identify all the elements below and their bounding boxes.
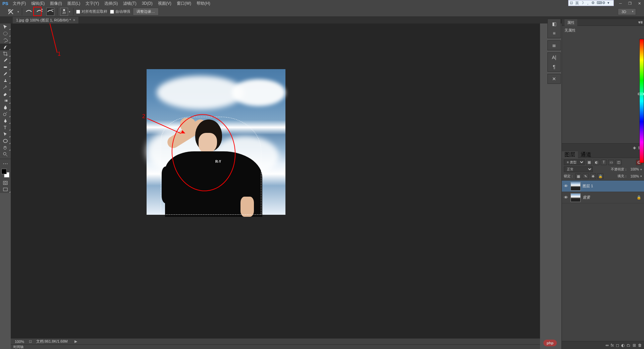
filter-shape-icon[interactable]: ▭ (608, 160, 614, 165)
visibility-toggle-icon[interactable]: 👁 (563, 195, 569, 200)
subtract-selection-icon[interactable] (46, 8, 54, 16)
document-canvas[interactable]: R-Y (147, 69, 285, 215)
layer-row[interactable]: 👁 图层 1 (562, 181, 644, 192)
layer-thumbnail[interactable] (571, 193, 581, 202)
menu-window[interactable]: 窗口(W) (174, 0, 194, 7)
foreground-color-swatch[interactable] (1, 169, 7, 174)
menu-view[interactable]: 视图(V) (155, 0, 174, 7)
chevron-down-icon[interactable]: ▾ (17, 10, 19, 13)
clone-stamp-tool[interactable] (0, 77, 11, 84)
new-selection-icon[interactable] (25, 8, 33, 16)
type-tool[interactable]: T (0, 124, 11, 131)
lock-transparency-icon[interactable]: ▦ (575, 173, 581, 179)
edit-toolbar-icon[interactable]: ⋯ (0, 160, 11, 167)
ime-dropdown-icon[interactable]: ▾ (607, 1, 612, 5)
brush-preview-icon[interactable]: 20 (60, 8, 68, 16)
menu-file[interactable]: 文件(F) (10, 0, 29, 7)
panel-footer-icon[interactable]: ◈ (633, 145, 636, 150)
lock-position-icon[interactable]: ✥ (590, 173, 596, 179)
filter-smart-icon[interactable]: ◫ (615, 160, 622, 165)
move-tool[interactable] (0, 23, 11, 30)
path-selection-tool[interactable] (0, 131, 11, 138)
lock-icon[interactable]: 🔒 (637, 195, 641, 200)
gradient-tool[interactable] (0, 97, 11, 104)
refine-edge-button[interactable]: 调整边缘… (133, 8, 159, 15)
sample-all-layers-input[interactable] (76, 10, 80, 14)
character-panel-icon[interactable]: ≣ (548, 41, 560, 50)
layer-row[interactable]: 👁 背景 🔒 (562, 192, 644, 203)
menu-image[interactable]: 图像(I) (47, 0, 64, 7)
pen-tool[interactable] (0, 117, 11, 124)
add-selection-icon[interactable] (36, 8, 44, 16)
layer-mask-icon[interactable]: ◻ (616, 343, 619, 348)
lock-all-icon[interactable]: 🔒 (597, 173, 603, 179)
crop-tool[interactable] (0, 50, 11, 57)
layer-thumbnail[interactable] (571, 182, 581, 191)
blend-mode-select[interactable]: 正常 (564, 166, 593, 172)
chevron-down-icon[interactable]: ▾ (640, 168, 642, 171)
color-swatches[interactable] (0, 168, 11, 178)
opacity-value[interactable]: 100% (629, 167, 639, 171)
ime-softkeyboard[interactable]: ⚙ (591, 1, 596, 5)
screen-mode-toggle[interactable] (0, 186, 11, 193)
actions-panel-icon[interactable]: ≡ (548, 29, 560, 38)
zoom-level[interactable]: 100% (15, 340, 24, 344)
adjustment-layer-icon[interactable]: ◐ (621, 343, 625, 348)
ime-mode[interactable]: 英 (575, 1, 580, 5)
blur-tool[interactable] (0, 104, 11, 111)
eyedropper-tool[interactable] (0, 57, 11, 64)
channels-tab[interactable]: 通道 (578, 151, 594, 158)
status-menu-arrow-icon[interactable]: ▶ (74, 339, 77, 344)
tab-close-icon[interactable]: × (73, 18, 75, 22)
healing-brush-tool[interactable] (0, 64, 11, 70)
menu-layer[interactable]: 图层(L) (65, 0, 83, 7)
lasso-tool[interactable] (0, 37, 11, 44)
brush-size-picker[interactable]: 20 ▾ (60, 8, 70, 16)
ime-icon[interactable]: ⊡ (570, 1, 575, 5)
chevron-down-icon[interactable]: ▾ (69, 10, 70, 13)
ime-shape[interactable]: ☽ (581, 1, 585, 5)
properties-tab[interactable]: 属性 (565, 19, 577, 26)
menu-help[interactable]: 帮助(H) (194, 0, 213, 7)
layers-tab[interactable]: 图层 (562, 151, 578, 158)
zoom-tool[interactable] (0, 151, 11, 158)
marquee-tool[interactable] (0, 30, 11, 37)
visibility-toggle-icon[interactable]: 👁 (563, 184, 569, 189)
history-brush-tool[interactable] (0, 84, 11, 91)
layer-name[interactable]: 背景 (583, 195, 590, 200)
menu-select[interactable]: 选择(S) (102, 0, 120, 7)
menu-filter[interactable]: 滤镜(T) (120, 0, 139, 7)
color-hue-strip[interactable] (639, 39, 644, 163)
ime-punct[interactable]: ， (586, 1, 591, 5)
panel-menu-icon[interactable]: ▾≡ (638, 20, 643, 24)
layer-filter-select[interactable]: ≡ 类型 (564, 159, 585, 165)
layer-style-icon[interactable]: fx (611, 343, 614, 348)
maximize-button[interactable]: ❐ (625, 0, 635, 7)
filter-type-icon[interactable]: T (601, 160, 607, 165)
link-layers-icon[interactable]: ⇔ (605, 343, 609, 348)
canvas-area[interactable]: R-Y 1 2 (11, 23, 540, 338)
quick-selection-tool[interactable] (0, 44, 11, 50)
doc-size-info[interactable]: 文档:861.8K/1.68M (36, 339, 68, 344)
ime-settings-icon[interactable]: ⚙ (602, 1, 607, 5)
paragraph-panel-icon[interactable]: A| (548, 53, 560, 62)
new-layer-icon[interactable]: ⊞ (633, 343, 636, 348)
lock-pixels-icon[interactable]: ✎ (583, 173, 589, 179)
auto-enhance-checkbox[interactable]: 自动增强 (110, 9, 130, 14)
sample-all-layers-checkbox[interactable]: 对所有图层取样 (76, 9, 107, 14)
brush-tool[interactable] (0, 70, 11, 77)
layer-name[interactable]: 图层 1 (583, 184, 593, 189)
menu-type[interactable]: 文字(Y) (83, 0, 102, 7)
adjustments-panel-icon[interactable]: ✕ (548, 74, 560, 84)
workspace-selector[interactable]: 3D ▾ (618, 8, 636, 15)
filter-pixel-icon[interactable]: ▦ (586, 160, 592, 165)
close-button[interactable]: ✕ (635, 0, 644, 7)
group-icon[interactable]: 🗀 (627, 343, 631, 348)
minimize-button[interactable]: ─ (616, 0, 625, 7)
history-panel-icon[interactable]: ◧ (548, 19, 560, 29)
shape-tool[interactable] (0, 138, 11, 144)
trash-icon[interactable]: 🗑 (638, 343, 642, 348)
dodge-tool[interactable] (0, 111, 11, 117)
tool-preset-icon[interactable] (7, 8, 15, 16)
auto-enhance-input[interactable] (110, 10, 114, 14)
